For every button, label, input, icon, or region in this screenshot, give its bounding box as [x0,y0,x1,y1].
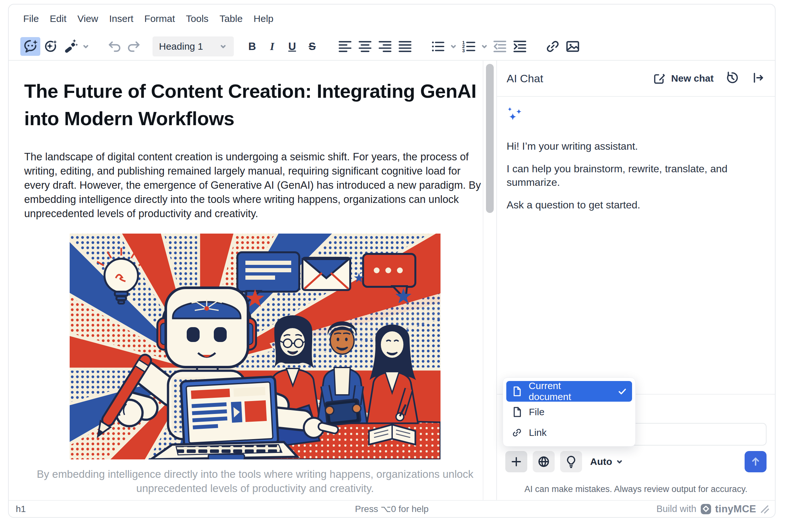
editor-scrollbar [483,61,496,500]
document-paragraph[interactable]: The landscape of digital content creatio… [24,150,483,221]
document-figure[interactable]: By embedding intelligence directly into … [24,234,483,496]
editor-content[interactable]: The Future of Content Creation: Integrat… [9,61,483,500]
context-dropdown-menu: Current document File [503,378,636,446]
document-icon [512,406,522,418]
lightbulb-icon [564,454,579,469]
context-item-label: Current document [528,380,604,402]
sidebar-collapse-button[interactable] [750,70,765,86]
document-icon [512,386,522,397]
menu-edit[interactable]: Edit [44,10,72,27]
link-icon [512,427,522,438]
menu-table[interactable]: Table [214,10,248,27]
chat-message: Ask a question to get started. [507,198,752,212]
chat-controls: Auto [505,451,767,473]
menu-help[interactable]: Help [248,10,279,27]
chevron-down-icon [480,42,488,51]
document-title[interactable]: The Future of Content Creation: Integrat… [24,77,482,132]
check-icon [618,386,627,396]
italic-button[interactable]: I [262,37,282,56]
align-right-button[interactable] [375,37,395,56]
context-item-link[interactable]: Link [506,422,632,443]
align-justify-button[interactable] [395,37,415,56]
compose-icon [652,71,667,85]
align-left-icon [337,38,353,55]
chat-body: Hi! I’m your writing assistant. I can he… [497,97,775,221]
context-item-file[interactable]: File [506,402,632,422]
status-bar: h1 Press ⌥0 for help Build with tinyMCE [9,500,775,517]
italic-glyph: I [270,41,274,53]
chat-message: Hi! I’m your writing assistant. [507,139,752,153]
align-center-button[interactable] [355,37,375,56]
element-path[interactable]: h1 [16,504,26,514]
chat-history-button[interactable] [725,70,740,86]
new-chat-label: New chat [671,73,714,84]
menu-view[interactable]: View [72,10,104,27]
new-chat-button[interactable]: New chat [652,71,714,85]
redo-icon [126,38,142,55]
bullet-list-dropdown-chevron[interactable] [448,37,459,56]
model-select[interactable]: Auto [590,456,624,467]
add-context-button[interactable] [505,451,527,472]
globe-icon [536,454,551,469]
scrollbar-thumb[interactable] [486,64,494,213]
menu-insert[interactable]: Insert [104,10,139,27]
ai-wand-dropdown-chevron[interactable] [80,37,91,56]
branding[interactable]: Build with tinyMCE [656,503,769,515]
tinymce-logo-icon [701,504,711,515]
branding-name: tinyMCE [715,503,756,515]
ai-chat-panel: AI Chat New chat [496,61,775,500]
ai-shortcuts-button[interactable] [40,37,60,56]
indent-icon [512,38,528,55]
sparkles-icon [507,106,524,124]
resize-handle-icon[interactable] [760,505,769,514]
numbered-list-icon: 1 2 3 [461,38,477,55]
block-format-value: Heading 1 [159,41,203,52]
bullet-list-icon [430,38,446,55]
image-caption[interactable]: By embedding intelligence directly into … [24,467,483,496]
web-search-button[interactable] [533,451,555,472]
suggestions-button[interactable] [560,451,582,472]
insert-link-button[interactable] [543,37,563,56]
outdent-button[interactable] [490,37,510,56]
ai-assistant-button[interactable] [20,37,40,56]
model-select-value: Auto [590,456,612,467]
menu-file[interactable]: File [18,10,44,27]
editor-header: File Edit View Insert Format Tools Table… [9,4,775,61]
redo-button[interactable] [124,37,144,56]
ai-shortcuts-icon [42,38,58,55]
numbered-list-button[interactable]: 1 2 3 [459,37,479,56]
numbered-list-dropdown-chevron[interactable] [479,37,490,56]
magic-wand-icon [62,38,78,55]
menu-tools[interactable]: Tools [181,10,214,27]
block-format-select[interactable]: Heading 1 [152,37,234,57]
undo-button[interactable] [104,37,124,56]
strikethrough-glyph: S [309,40,316,53]
bold-glyph: B [248,40,256,53]
ai-wand-button[interactable] [60,37,80,56]
collapse-right-icon [750,70,765,85]
chevron-down-icon [82,42,90,51]
insert-image-button[interactable] [563,37,583,56]
chevron-down-icon [615,458,624,466]
menu-format[interactable]: Format [139,10,181,27]
editor-window: File Edit View Insert Format Tools Table… [8,4,775,518]
context-item-current-document[interactable]: Current document [506,381,632,402]
align-left-button[interactable] [335,37,355,56]
branding-prefix: Build with [656,504,696,514]
bullet-list-button[interactable] [428,37,448,56]
link-icon [545,38,561,55]
send-button[interactable] [745,451,767,472]
document-image[interactable] [70,234,440,459]
plus-icon [509,454,524,469]
underline-button[interactable]: U [282,37,302,56]
svg-text:3: 3 [462,48,465,53]
chat-title: AI Chat [507,72,652,85]
bold-button[interactable]: B [242,37,262,56]
ai-assistant-icon [22,38,38,55]
indent-button[interactable] [510,37,530,56]
help-shortcut-text: Press ⌥0 for help [355,504,429,514]
undo-icon [106,38,122,55]
strikethrough-button[interactable]: S [302,37,322,56]
align-justify-icon [397,38,413,55]
context-item-label: File [529,406,544,418]
